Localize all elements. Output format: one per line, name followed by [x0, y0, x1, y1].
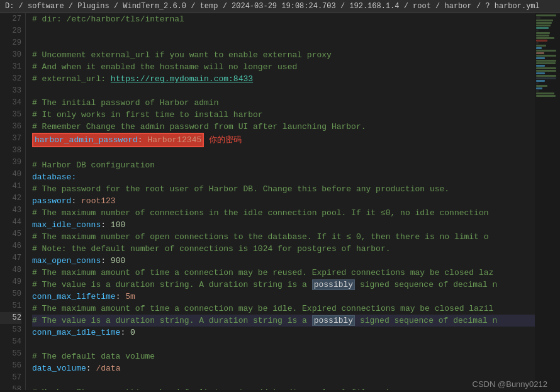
line-number: 31 — [0, 61, 21, 73]
code-line: # Harbor DB configuration — [32, 159, 535, 171]
code-line: # The value is a duration string. A dura… — [32, 315, 535, 327]
editor-container: 2728293031323334353637383940414243444546… — [0, 13, 560, 390]
line-number: 29 — [0, 37, 21, 49]
minimap[interactable] — [535, 13, 560, 390]
code-line: # The default data volume — [32, 350, 535, 362]
line-number: 32 — [0, 73, 21, 85]
line-number: 57 — [0, 372, 21, 384]
code-line: # The initial password of Harbor admin — [32, 97, 535, 109]
code-line: conn_max_idle_time: 0 — [32, 327, 535, 339]
code-line — [32, 37, 535, 49]
line-number: 35 — [0, 109, 21, 121]
code-line: # Remember Change the admin password fro… — [32, 121, 535, 133]
line-number: 50 — [0, 288, 21, 300]
line-number: 40 — [0, 169, 21, 181]
line-number: 28 — [0, 25, 21, 37]
code-line: # Harbor Storage settings by default is … — [32, 386, 535, 390]
watermark: CSDN @Bunny0212 — [473, 379, 547, 389]
watermark-text: CSDN @Bunny0212 — [473, 379, 547, 389]
line-number: 34 — [0, 97, 21, 109]
line-number: 33 — [0, 85, 21, 97]
code-line — [32, 25, 535, 37]
line-number: 55 — [0, 348, 21, 360]
line-number: 54 — [0, 336, 21, 348]
line-number: 42 — [0, 193, 21, 204]
code-line: # external_url: https://reg.mydomain.com… — [32, 73, 535, 85]
line-number: 30 — [0, 49, 21, 61]
code-line: # Uncomment external_url if you want to … — [32, 49, 535, 61]
line-number: 38 — [0, 145, 21, 157]
code-line: # It only works in first time to install… — [32, 109, 535, 121]
line-number: 44 — [0, 216, 21, 228]
line-number: 43 — [0, 204, 21, 216]
code-line: # The maximum number of open connections… — [32, 231, 535, 243]
line-number: 36 — [0, 121, 21, 133]
code-line: max_idle_conns: 100 — [32, 219, 535, 231]
line-number: 37 — [0, 133, 21, 145]
code-line: data_volume: /data — [32, 362, 535, 374]
line-number: 45 — [0, 228, 21, 240]
line-number: 49 — [0, 276, 21, 288]
code-line: # Note: the default number of connection… — [32, 243, 535, 255]
breadcrumb-text: D: / software / Plugins / WindTerm_2.6.0… — [5, 2, 540, 11]
line-number: 58 — [0, 384, 21, 390]
code-line: conn_max_lifetime: 5m — [32, 291, 535, 303]
breadcrumb-bar: D: / software / Plugins / WindTerm_2.6.0… — [0, 0, 560, 13]
code-line — [32, 374, 535, 386]
line-number: 47 — [0, 252, 21, 264]
code-line — [32, 147, 535, 159]
line-number: 41 — [0, 181, 21, 193]
code-line: # The value is a duration string. A dura… — [32, 279, 535, 291]
code-line: # The password for the root user of Harb… — [32, 183, 535, 195]
code-line — [32, 339, 535, 350]
code-line: # The maximum amount of time a connectio… — [32, 303, 535, 315]
line-number: 48 — [0, 264, 21, 276]
code-line: max_open_conns: 900 — [32, 255, 535, 267]
code-line: # And when it enabled the hostname will … — [32, 61, 535, 73]
line-number: 46 — [0, 240, 21, 252]
code-line: harbor_admin_password: Harbor12345你的密码 — [32, 133, 535, 147]
minimap-content — [535, 13, 560, 390]
line-number: 53 — [0, 324, 21, 336]
line-number: 27 — [0, 13, 21, 25]
code-line — [32, 85, 535, 97]
line-number: 39 — [0, 157, 21, 169]
code-line: database: — [32, 171, 535, 183]
code-line: password: root123 — [32, 195, 535, 207]
code-line: # The maximum number of connections in t… — [32, 207, 535, 219]
code-area[interactable]: # dir: /etc/harbor/tls/internal # Uncomm… — [26, 13, 535, 390]
gutter: 2728293031323334353637383940414243444546… — [0, 13, 25, 390]
line-number: 51 — [0, 300, 21, 312]
line-number: 56 — [0, 360, 21, 372]
code-line: # dir: /etc/harbor/tls/internal — [32, 13, 535, 25]
code-line: # The maximum amount of time a connectio… — [32, 267, 535, 279]
line-number: 52 — [0, 312, 21, 324]
